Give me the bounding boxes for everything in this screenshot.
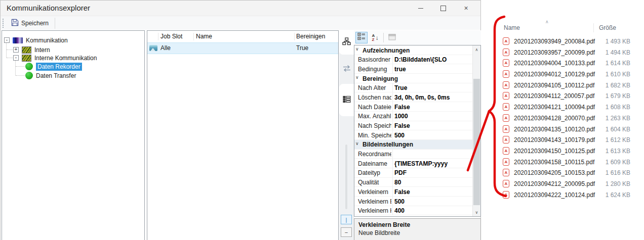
file-row[interactable]: A 20201203094012_100129.pdf 1 610 KB	[499, 69, 644, 80]
property-grid-row[interactable]: ∨ Löschen nach 3d, 0h, 0m, 0s, 0ms	[354, 92, 472, 102]
tree-item-label: Interne Kommunikation	[34, 55, 97, 62]
splitter-handle[interactable]	[345, 145, 347, 209]
file-size: 1 610 KB	[575, 71, 630, 78]
scroll-down-icon[interactable]: ∨	[473, 208, 480, 216]
property-grid-row[interactable]: ∨ Nach Alter True	[354, 83, 472, 93]
property-value[interactable]: 500	[394, 132, 473, 139]
property-value[interactable]: true	[394, 66, 473, 73]
property-grid-row[interactable]: ∨ Nach Dateien False	[354, 102, 472, 112]
file-row[interactable]: A 20201203094112_200057.pdf 1 679 KB	[499, 91, 644, 102]
property-value[interactable]: False	[394, 122, 473, 129]
categorized-view-button[interactable]	[355, 32, 368, 43]
pdf-file-icon: A	[503, 147, 509, 155]
file-row[interactable]: A 20201203094121_100094.pdf 1 608 KB	[499, 102, 644, 113]
module-icon	[22, 55, 31, 62]
file-row[interactable]: A 20201203094222_100124.pdf 1 624 KB	[499, 190, 644, 201]
property-value[interactable]: D:\Bilddaten\{SLO	[394, 56, 473, 63]
column-header-job-slot[interactable]: Job Slot	[160, 33, 182, 40]
app-window: Kommunikationsexplorer × Speichern - Kom…	[0, 0, 481, 240]
file-row[interactable]: A 20201203093957_200099.pdf 1 494 KB	[499, 47, 644, 59]
file-row[interactable]: A 20201203094150_100125.pdf 1 613 KB	[499, 146, 644, 157]
file-row[interactable]: A 20201203094004_100133.pdf 1 614 KB	[499, 58, 644, 69]
file-size: 1 612 KB	[575, 136, 630, 143]
detail-list-icon	[343, 95, 351, 105]
property-grid-row[interactable]: ∨ Nach Speicher False	[354, 121, 472, 131]
minimize-icon	[418, 8, 423, 9]
property-pages-button[interactable]	[386, 32, 398, 43]
category-collapse-icon[interactable]: ∨	[355, 46, 359, 52]
property-grid-rows: ∨ Aufzeichnungen ∨ Basisordner D:\Bildda…	[354, 45, 472, 216]
property-grid-row[interactable]: ∨ Qualität 80	[354, 178, 472, 187]
property-grid-row[interactable]: ∨ Recordname	[354, 150, 472, 159]
save-button[interactable]: Speichern	[8, 17, 52, 29]
sort-alphabetical-button[interactable]: AZ ↓	[369, 32, 381, 43]
swap-arrows-icon	[343, 65, 351, 74]
property-grid-row[interactable]: ∨ Max. Anzahl 1000	[354, 112, 472, 121]
property-grid-row[interactable]: ∨ Verkleinern Hö 400	[354, 206, 472, 216]
tab-transfer-view[interactable]	[339, 55, 354, 84]
property-value[interactable]: False	[394, 104, 473, 111]
collapse-expander-icon[interactable]: -	[13, 55, 19, 61]
file-row[interactable]: A 20201203094205_100153.pdf 1 616 KB	[499, 168, 644, 179]
pdf-file-icon: A	[503, 136, 509, 143]
toolbar-grip[interactable]	[3, 19, 4, 28]
tab-structure-view[interactable]	[339, 30, 354, 55]
property-grid-row[interactable]: ∨ Aufzeichnungen	[354, 45, 472, 55]
category-collapse-icon[interactable]: ∨	[355, 75, 359, 80]
expand-panel-button[interactable]: |	[341, 215, 352, 224]
tree-item-daten-rekorder[interactable]: Daten Rekorder	[25, 62, 82, 71]
vertical-scrollbar[interactable]: ∧ ∨	[472, 45, 480, 216]
maximize-button[interactable]	[432, 1, 455, 16]
file-row[interactable]: A 20201203094105_100112.pdf 1 682 KB	[499, 80, 644, 91]
collapse-expander-icon[interactable]: -	[4, 37, 10, 43]
tree-item-interne-kommunikation[interactable]: - Interne Kommunikation	[13, 54, 97, 62]
file-row[interactable]: A 20201203094158_100115.pdf 1 609 KB	[499, 157, 644, 168]
table-row-alle[interactable]: Alle True	[147, 42, 338, 54]
property-value[interactable]: 3d, 0h, 0m, 0s, 0ms	[394, 94, 473, 101]
property-grid-row[interactable]: ∨ Bedingung true	[354, 64, 472, 74]
property-name: Bildeinstellungen	[363, 141, 464, 148]
property-value[interactable]: PDF	[394, 169, 473, 176]
property-grid-row[interactable]: ∨ Verkleinern False	[354, 187, 472, 197]
collapse-panel-button[interactable]: −	[341, 227, 352, 237]
tree-item-daten-transfer[interactable]: Daten Transfer	[25, 71, 76, 80]
property-grid-row[interactable]: ∨ Min. Speicher 500	[354, 130, 472, 140]
column-header-bereinigen[interactable]: Bereinigen	[296, 33, 325, 40]
file-size: 1 604 KB	[575, 126, 630, 133]
scroll-up-icon[interactable]: ∧	[473, 45, 480, 54]
sort-ascending-icon: ∧	[545, 19, 549, 24]
file-row[interactable]: A 20201203093949_200084.pdf 1 493 KB	[499, 36, 644, 47]
scrollbar-thumb[interactable]	[473, 79, 480, 205]
property-value[interactable]: False	[394, 188, 473, 196]
close-button[interactable]: ×	[455, 1, 477, 16]
file-row[interactable]: A 20201203094212_200095.pdf 1 280 KB	[499, 179, 644, 190]
tree-item-intern[interactable]: + Intern	[13, 45, 50, 54]
property-grid-row[interactable]: ∨ Dateiname {TIMESTAMP:yyyy	[354, 159, 472, 168]
property-value[interactable]: 1000	[394, 113, 473, 120]
tree-item-kommunikation[interactable]: - Kommunikation	[4, 36, 68, 44]
file-column-header-size[interactable]: Größe	[599, 24, 616, 31]
property-name: Max. Anzahl	[358, 113, 391, 120]
expand-expander-icon[interactable]: +	[13, 47, 19, 53]
property-grid-row[interactable]: ∨ Verkleinern Bre 500	[354, 197, 472, 206]
file-column-header-name[interactable]: Name	[504, 24, 520, 31]
property-value[interactable]: 400	[394, 207, 473, 214]
file-row[interactable]: A 20201203094143_100179.pdf 1 612 KB	[499, 135, 644, 146]
file-row[interactable]: A 20201203094135_100120.pdf 1 604 KB	[499, 124, 644, 135]
property-value[interactable]: 80	[394, 179, 473, 186]
property-value[interactable]: {TIMESTAMP:yyyy	[394, 160, 473, 167]
file-row[interactable]: A 20201203094128_200070.pdf 1 263 KB	[499, 113, 644, 124]
minimize-button[interactable]	[409, 1, 432, 16]
property-value[interactable]: 500	[394, 198, 473, 205]
property-grid-row[interactable]: ∨ Dateityp PDF	[354, 168, 472, 178]
column-separator	[193, 33, 194, 40]
property-grid-row[interactable]: ∨ Basisordner D:\Bilddaten\{SLO	[354, 55, 472, 65]
property-grid-row[interactable]: ∨ Bereinigung	[354, 74, 472, 83]
pdf-file-icon: A	[503, 37, 509, 45]
property-grid: ∨ Aufzeichnungen ∨ Basisordner D:\Bildda…	[354, 45, 481, 217]
category-collapse-icon[interactable]: ∨	[355, 141, 359, 146]
property-grid-row[interactable]: ∨ Bildeinstellungen	[354, 140, 472, 150]
tab-list-view-selected[interactable]	[339, 84, 354, 116]
property-value[interactable]: True	[394, 84, 473, 91]
column-header-name[interactable]: Name	[196, 33, 212, 40]
